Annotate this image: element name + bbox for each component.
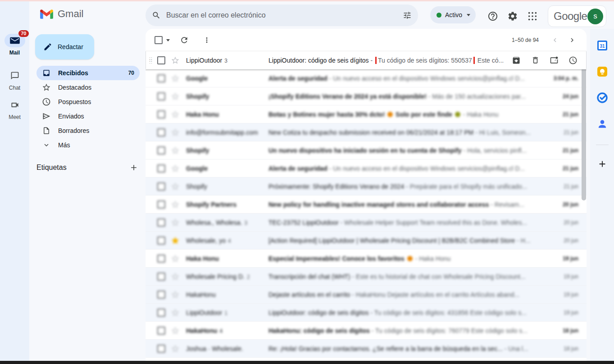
sidebar-item-drafts[interactable]: Borradores <box>36 123 140 138</box>
avatar[interactable]: s <box>587 9 603 24</box>
get-addons-icon[interactable] <box>595 157 609 171</box>
email-checkbox[interactable] <box>157 164 165 173</box>
delete-icon[interactable] <box>531 56 540 65</box>
sidebar-item-snoozed[interactable]: Pospuestos <box>36 95 140 109</box>
email-row[interactable]: :::::: Shopify Partners New policy for h… <box>146 196 587 214</box>
star-toggle-icon[interactable] <box>171 200 180 209</box>
email-checkbox[interactable] <box>157 309 165 317</box>
email-checkbox[interactable] <box>157 345 165 353</box>
star-toggle-icon[interactable] <box>171 344 180 353</box>
add-label-icon[interactable] <box>129 163 138 172</box>
calendar-icon[interactable]: 31 <box>595 38 609 53</box>
email-row[interactable]: :::::: Google Alerta de seguridad - Un n… <box>146 69 587 87</box>
email-row[interactable]: :::::: Haka Honu Especial Impermeables! … <box>146 250 587 268</box>
email-subject: [Action Required] LippiOutdoor | Wholesa… <box>268 237 515 244</box>
email-checkbox[interactable] <box>157 110 165 118</box>
star-toggle-icon[interactable] <box>171 128 180 137</box>
help-button[interactable] <box>487 10 499 23</box>
sidebar-item-sent[interactable]: Enviados <box>36 109 140 123</box>
star-toggle-icon[interactable] <box>171 290 180 299</box>
star-toggle-icon[interactable] <box>171 254 180 263</box>
email-date: 19 jun <box>543 309 582 316</box>
google-apps-icon[interactable] <box>526 10 539 23</box>
email-row[interactable]: :::::: Google Alerta de seguridad - Un n… <box>146 159 587 177</box>
select-all-checkbox[interactable] <box>155 36 163 44</box>
sidebar-item-inbox[interactable]: Recibidos 70 <box>36 66 140 80</box>
sidebar-item-starred[interactable]: Destacados <box>36 80 140 95</box>
email-row[interactable]: :::::: Joshua · Wholesale. Re: ¡Hola! Gr… <box>146 340 587 358</box>
email-row[interactable]: :::::: HakaHonu Dejaste artículos en el … <box>146 286 587 304</box>
sidebar: Redactar Recibidos 70 Destacados Pospues… <box>29 29 146 361</box>
star-toggle-icon[interactable] <box>171 146 180 155</box>
compose-button[interactable]: Redactar <box>35 34 94 59</box>
email-row[interactable]: :::::: Shopify Un nuevo dispositivo ha i… <box>146 141 587 159</box>
search-bar[interactable]: Buscar en el correo electrónico <box>146 5 418 26</box>
email-checkbox[interactable] <box>157 56 165 64</box>
email-checkbox[interactable] <box>157 146 165 155</box>
email-checkbox[interactable] <box>157 128 165 136</box>
search-options-icon[interactable] <box>403 11 412 20</box>
tasks-icon[interactable] <box>595 91 609 105</box>
email-row[interactable]: :::::: Haka Honu Botas y Botines mujer h… <box>146 105 587 123</box>
rail-item-chat[interactable]: Chat <box>0 69 29 91</box>
email-checkbox[interactable] <box>157 218 165 227</box>
email-checkbox[interactable] <box>157 327 165 335</box>
snooze-icon[interactable] <box>569 56 578 65</box>
email-checkbox[interactable] <box>157 273 165 281</box>
keep-icon[interactable] <box>595 64 609 79</box>
email-checkbox[interactable] <box>157 92 165 100</box>
star-toggle-icon[interactable] <box>171 218 180 227</box>
search-input[interactable]: Buscar en el correo electrónico <box>166 11 403 19</box>
sidebar-item-more[interactable]: Más <box>36 138 140 152</box>
email-checkbox[interactable] <box>157 200 165 209</box>
star-toggle-icon[interactable] <box>171 56 180 65</box>
star-toggle-icon[interactable] <box>171 74 180 83</box>
list-scrollbar[interactable] <box>582 53 586 200</box>
email-row[interactable]: :::::: Shopify Próximamente: Shopify Edi… <box>146 177 587 196</box>
star-toggle-icon[interactable] <box>171 308 180 317</box>
status-selector[interactable]: Activo <box>430 6 476 23</box>
star-toggle-icon[interactable] <box>171 92 180 101</box>
sidebar-item-label: Pospuestos <box>58 98 134 105</box>
refresh-button[interactable] <box>176 32 192 48</box>
star-toggle-icon[interactable] <box>171 182 180 191</box>
email-row[interactable]: :::::: Shopify ¡Shopify Editions Verano … <box>146 87 587 105</box>
settings-button[interactable] <box>506 10 519 23</box>
email-subject-snippet: Dejaste artículos en el carrito - HakaHo… <box>268 291 543 298</box>
mark-unread-icon[interactable] <box>550 56 559 65</box>
archive-icon[interactable] <box>512 56 521 65</box>
contacts-icon[interactable] <box>595 117 609 131</box>
newer-page-button[interactable] <box>548 33 562 47</box>
email-row[interactable]: :::::: Wholesa., Wholesa.3 TEC-23752 Lip… <box>146 214 587 232</box>
star-toggle-icon[interactable] <box>171 326 180 335</box>
email-date: 18 jun <box>543 346 582 352</box>
email-row[interactable]: :::::: LippiOutdoor1 LippiOutdoor: códig… <box>146 304 587 322</box>
email-checkbox[interactable] <box>157 291 165 299</box>
inbox-count: 70 <box>128 70 134 76</box>
select-dropdown-icon[interactable] <box>166 39 170 41</box>
email-row[interactable]: :::::: LippiOutdoor3 LippiOutdoor: códig… <box>146 51 587 69</box>
star-toggle-icon[interactable] <box>171 272 180 281</box>
more-options-button[interactable] <box>199 32 215 48</box>
rail-item-mail[interactable]: 70 Mail <box>0 34 29 56</box>
email-subject-snippet: New Cotiza tu despacho submission receiv… <box>268 129 543 136</box>
email-date: 20 jun <box>543 201 582 208</box>
email-checkbox[interactable] <box>157 237 165 245</box>
email-checkbox[interactable] <box>157 74 165 82</box>
thread-count: 3 <box>245 220 248 226</box>
thread-count: 3 <box>224 58 227 64</box>
email-snippet: - Un nuevo acceso en el dispositivo Wind… <box>327 165 525 172</box>
email-row[interactable]: :::::: info@formsubmitapp.com New Cotiza… <box>146 123 587 141</box>
star-toggle-icon[interactable] <box>171 236 180 245</box>
email-checkbox[interactable] <box>157 182 165 191</box>
drag-handle-icon[interactable]: :::::: <box>148 58 154 63</box>
google-account-chip[interactable]: Google s <box>548 5 606 27</box>
email-checkbox[interactable] <box>157 255 165 263</box>
email-row[interactable]: :::::: HakaHonu4 HakaHonu: código de sei… <box>146 322 587 340</box>
star-toggle-icon[interactable] <box>171 164 180 173</box>
rail-item-meet[interactable]: Meet <box>0 98 29 120</box>
email-row[interactable]: :::::: Wholesale Pricing D.2 Transcripci… <box>146 268 587 286</box>
older-page-button[interactable] <box>565 33 579 47</box>
star-toggle-icon[interactable] <box>171 110 180 119</box>
email-row[interactable]: :::::: Wholesale, yo4 [Action Required] … <box>146 232 587 250</box>
